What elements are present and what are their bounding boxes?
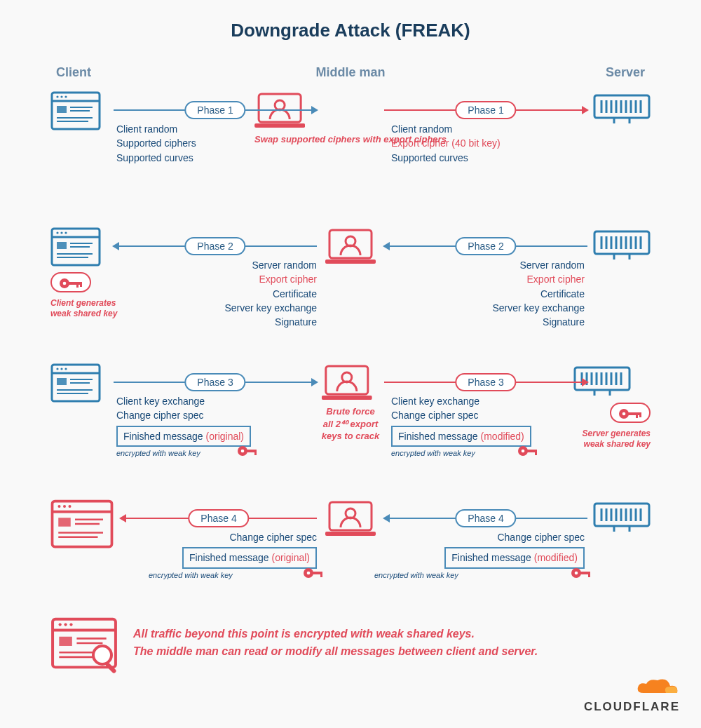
phase1-right-msgs: Client random Export cipher (40 bit key)… bbox=[391, 122, 601, 165]
phase3-right-msgs: Client key exchange Change cipher spec F… bbox=[391, 394, 601, 459]
phase-pill: Phase 2 bbox=[455, 237, 516, 255]
middleman-icon bbox=[325, 499, 376, 537]
arrow-mid-to-server: Phase 1 bbox=[384, 109, 587, 111]
col-middle: Middle man bbox=[280, 65, 421, 80]
col-server: Server bbox=[505, 65, 645, 80]
middleman-icon: Brute force all 2⁴⁰ export keys to crack bbox=[322, 363, 379, 443]
cloudflare-logo: CLOUDFLARE bbox=[584, 678, 680, 714]
phase-2-row: Client generates weak shared key Phase 2… bbox=[50, 224, 651, 351]
browser-magnify-icon bbox=[50, 617, 118, 669]
mid-note-brute: Brute force all 2⁴⁰ export keys to crack bbox=[322, 405, 379, 443]
finished-msg-modified: Finished message (modified) bbox=[444, 547, 585, 568]
phase1-left-msgs: Client random Supported ciphers Supporte… bbox=[116, 122, 320, 165]
phase4-right-msgs: Change cipher spec Finished message (mod… bbox=[374, 530, 585, 581]
col-client: Client bbox=[56, 65, 196, 80]
phase-pill: Phase 2 bbox=[184, 237, 245, 255]
brand-text: CLOUDFLARE bbox=[584, 700, 680, 714]
arrow-mid-to-server: Phase 3 bbox=[384, 382, 587, 383]
phase3-left-msgs: Client key exchange Change cipher spec F… bbox=[116, 394, 320, 459]
phase-pill: Phase 3 bbox=[455, 373, 516, 391]
client-icon bbox=[50, 363, 101, 403]
phase-pill: Phase 1 bbox=[184, 101, 245, 119]
phase4-left-msgs: Change cipher spec Finished message (ori… bbox=[149, 530, 317, 581]
arrow-client-to-mid: Phase 3 bbox=[114, 382, 317, 383]
phase2-right-msgs: Server random Export cipher Certificate … bbox=[374, 258, 585, 329]
finished-msg-original: Finished message (original) bbox=[116, 426, 251, 447]
phase2-left-msgs: Server random Export cipher Certificate … bbox=[114, 258, 317, 329]
server-icon bbox=[593, 499, 651, 533]
phase-3-row: Brute force all 2⁴⁰ export keys to crack… bbox=[50, 360, 651, 487]
phase-pill: Phase 4 bbox=[455, 509, 516, 527]
page-title: Downgrade Attack (FREAK) bbox=[0, 0, 701, 41]
middleman-icon bbox=[325, 227, 376, 265]
arrow-server-to-mid: Phase 2 bbox=[384, 245, 587, 247]
finished-msg-modified: Finished message (modified) bbox=[391, 426, 531, 447]
conclusion-text: All traffic beyond this point is encrypt… bbox=[133, 626, 538, 661]
conclusion-row: All traffic beyond this point is encrypt… bbox=[50, 617, 651, 669]
server-icon bbox=[593, 227, 651, 261]
server-icon bbox=[593, 91, 651, 125]
arrow-server-to-mid: Phase 4 bbox=[384, 518, 587, 519]
phase-pill: Phase 1 bbox=[455, 101, 516, 119]
phase-1-row: Swap supported ciphers with export ciphe… bbox=[50, 88, 651, 215]
finished-msg-original: Finished message (original) bbox=[182, 547, 317, 568]
column-headers: Client Middle man Server bbox=[0, 41, 701, 88]
phase-4-row: Phase 4 Phase 4 Change cipher spec Finis… bbox=[50, 497, 651, 609]
phase-pill: Phase 3 bbox=[184, 373, 245, 391]
cloud-icon bbox=[635, 678, 680, 697]
client-icon bbox=[50, 91, 101, 130]
arrow-client-to-mid: Phase 1 bbox=[114, 109, 317, 111]
phase-pill: Phase 4 bbox=[188, 509, 249, 527]
arrow-mid-to-client: Phase 4 bbox=[121, 518, 317, 519]
client-icon bbox=[50, 499, 114, 548]
arrow-mid-to-client: Phase 2 bbox=[114, 245, 317, 247]
